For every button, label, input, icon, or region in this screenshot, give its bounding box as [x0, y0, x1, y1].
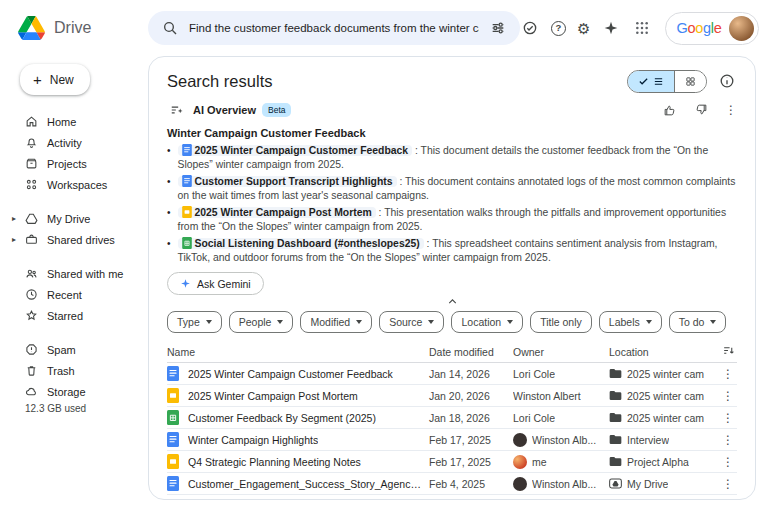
- more-options-icon[interactable]: ⋮: [719, 456, 737, 468]
- chevron-down-icon: [206, 320, 212, 324]
- my-drive-icon: [25, 212, 38, 225]
- ai-overview-item: • 2025 Winter Campaign Customer Feedback…: [167, 144, 737, 172]
- search-options-icon[interactable]: [488, 18, 508, 38]
- home-icon: [25, 115, 38, 128]
- slides-icon: [167, 388, 179, 403]
- expand-caret-icon[interactable]: ▸: [12, 214, 16, 223]
- file-owner: Winston Albert: [513, 390, 609, 402]
- filter-chip-type[interactable]: Type: [167, 311, 222, 333]
- file-location[interactable]: 2025 winter cam: [609, 368, 719, 380]
- more-options-icon[interactable]: ⋮: [719, 368, 737, 380]
- sheets-icon: [182, 237, 192, 249]
- help-icon[interactable]: ?: [551, 21, 566, 36]
- cloud-icon: [25, 385, 38, 398]
- column-header-location[interactable]: Location: [609, 346, 719, 358]
- details-info-icon[interactable]: [717, 71, 737, 91]
- chevron-down-icon: [356, 320, 362, 324]
- column-header-date-modified[interactable]: Date modified: [429, 346, 513, 358]
- file-link[interactable]: Social Listening Dashboard (#ontheslopes…: [178, 238, 424, 249]
- sheets-icon: [167, 410, 179, 425]
- files-table: Name Date modified Owner Location 2025 W…: [167, 341, 737, 499]
- file-link[interactable]: 2025 Winter Campaign Post Mortem: [178, 207, 376, 218]
- file-link[interactable]: Customer Support Transcript Highlights: [178, 176, 397, 187]
- filter-chip-labels[interactable]: Labels: [599, 311, 662, 333]
- file-location[interactable]: Interview: [609, 434, 719, 446]
- folder-icon: [609, 368, 622, 379]
- sidebar-item-trash[interactable]: Trash: [18, 360, 142, 381]
- column-header-owner[interactable]: Owner: [513, 346, 609, 358]
- more-options-icon[interactable]: ⋮: [719, 434, 737, 446]
- file-row[interactable]: 2025 Winter Campaign Customer Feedback J…: [167, 363, 737, 385]
- file-link[interactable]: 2025 Winter Campaign Customer Feedback: [178, 145, 413, 156]
- file-location[interactable]: Project Alpha: [609, 456, 719, 468]
- sidebar-group-drives: ▸ My Drive ▸ Shared drives: [18, 208, 142, 250]
- expand-caret-icon[interactable]: ▸: [12, 235, 16, 244]
- drive-logo-icon: [18, 16, 45, 40]
- file-location[interactable]: 2025 winter cam: [609, 390, 719, 402]
- thumbs-down-icon[interactable]: [692, 100, 712, 120]
- sort-icon[interactable]: [719, 344, 737, 359]
- collapse-overview-button[interactable]: [167, 295, 737, 307]
- user-avatar[interactable]: [729, 16, 754, 41]
- grid-view-button[interactable]: [674, 71, 706, 92]
- file-row[interactable]: 2025 Winter Campaign Post Mortem Jan 20,…: [167, 385, 737, 407]
- sidebar-item-label: My Drive: [47, 213, 90, 225]
- filter-chip-to-do[interactable]: To do: [669, 311, 727, 333]
- ai-overview-label: AI Overview: [193, 104, 256, 116]
- search-bar[interactable]: Find the customer feedback documents fro…: [148, 11, 520, 45]
- new-button-label: New: [50, 73, 74, 87]
- ai-more-options-icon[interactable]: ⋮: [725, 104, 737, 116]
- sidebar-item-activity[interactable]: Activity: [18, 132, 142, 153]
- sidebar-item-shared-drives[interactable]: ▸ Shared drives: [18, 229, 142, 250]
- file-owner: me: [513, 455, 609, 469]
- settings-icon[interactable]: ⚙: [577, 21, 590, 36]
- sidebar-item-home[interactable]: Home: [18, 111, 142, 132]
- file-name-cell: 2025 Winter Campaign Customer Feedback: [167, 366, 429, 381]
- sidebar-item-label: Spam: [47, 344, 76, 356]
- filter-chip-source[interactable]: Source: [379, 311, 444, 333]
- file-row[interactable]: Winter Campaign Highlights Feb 17, 2025 …: [167, 429, 737, 451]
- list-view-button[interactable]: [628, 71, 674, 92]
- filter-chip-modified[interactable]: Modified: [300, 311, 372, 333]
- sidebar-item-shared-with-me[interactable]: Shared with me: [18, 263, 142, 284]
- drive-brand[interactable]: Drive: [18, 16, 148, 40]
- sidebar-item-starred[interactable]: Starred: [18, 305, 142, 326]
- account-pill[interactable]: Google: [665, 12, 759, 45]
- sidebar-item-storage[interactable]: Storage: [18, 381, 142, 402]
- sidebar-item-workspaces[interactable]: Workspaces: [18, 174, 142, 195]
- sidebar-item-projects[interactable]: Projects: [18, 153, 142, 174]
- google-drive-app: Drive Find the customer feedback documen…: [0, 0, 768, 512]
- sidebar-item-my-drive[interactable]: ▸ My Drive: [18, 208, 142, 229]
- file-location[interactable]: 2025 winter cam: [609, 412, 719, 424]
- file-row[interactable]: Customer Feedback By Segment (2025) Jan …: [167, 407, 737, 429]
- file-row[interactable]: Customer_Engagement_Success_Story_Agency…: [167, 473, 737, 495]
- sidebar-item-label: Workspaces: [47, 179, 107, 191]
- check-icon: [638, 76, 649, 87]
- search-icon[interactable]: [160, 18, 180, 38]
- sidebar-item-label: Shared drives: [47, 234, 115, 246]
- apps-grid-icon[interactable]: [632, 18, 652, 38]
- sidebar-item-spam[interactable]: Spam: [18, 339, 142, 360]
- topbar-actions: ? ⚙ Google: [520, 12, 759, 45]
- offline-status-icon[interactable]: [520, 18, 540, 38]
- file-row[interactable]: Q4 Strategic Planning Meeting Notes Feb …: [167, 451, 737, 473]
- filter-chip-title-only[interactable]: Title only: [530, 311, 592, 333]
- docs-icon: [167, 366, 179, 381]
- new-button[interactable]: + New: [20, 64, 90, 95]
- people-icon: [25, 267, 38, 280]
- google-logo: Google: [676, 20, 721, 36]
- ask-gemini-button[interactable]: Ask Gemini: [167, 272, 264, 295]
- file-location[interactable]: My Drive: [609, 478, 719, 490]
- gemini-sparkle-icon[interactable]: [601, 18, 621, 38]
- more-options-icon[interactable]: ⋮: [719, 478, 737, 490]
- search-input[interactable]: Find the customer feedback documents fro…: [189, 22, 479, 34]
- sidebar-item-recent[interactable]: Recent: [18, 284, 142, 305]
- more-options-icon[interactable]: ⋮: [719, 390, 737, 402]
- app-name: Drive: [54, 19, 91, 37]
- more-options-icon[interactable]: ⋮: [719, 412, 737, 424]
- thumbs-up-icon[interactable]: [659, 100, 679, 120]
- column-header-name[interactable]: Name: [167, 346, 429, 358]
- shared-drives-icon: [25, 233, 38, 246]
- filter-chip-location[interactable]: Location: [451, 311, 523, 333]
- filter-chip-people[interactable]: People: [229, 311, 294, 333]
